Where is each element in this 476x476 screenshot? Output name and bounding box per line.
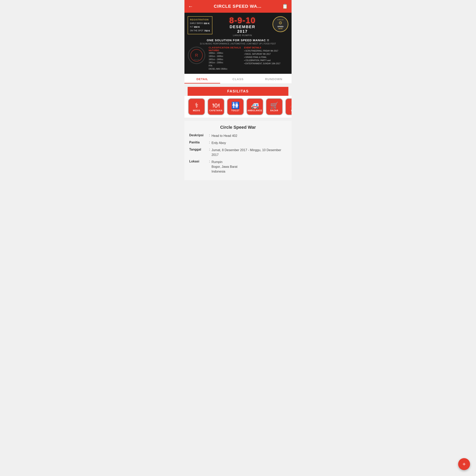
- medis-label: MEDIS: [193, 109, 200, 112]
- classification-title: CLASSIFICATION DETAILS: [209, 46, 241, 49]
- main-content: FASILITAS ⚕ MEDIS 🍽 CAFETARIA 🚻 TOILET 🚑…: [185, 87, 291, 180]
- event-row-2: • RACE, SATURDAY 9th 2017: [244, 52, 280, 56]
- fasilitas-header: FASILITAS: [188, 87, 288, 96]
- tab-class[interactable]: CLASS: [220, 74, 256, 84]
- class-row-1: 1000cc - 1300cc: [209, 51, 241, 55]
- classification-sub: NA/TURBO: [209, 49, 241, 51]
- event-date: 8-9-10: [214, 16, 271, 25]
- detail-row-deskripsi: Deskripsi : Head to Head 402: [189, 134, 287, 138]
- detail-val-lokasi: RumpinBogor, Jawa BaratIndonesia: [211, 160, 238, 174]
- class-row-5: FFA: [209, 64, 241, 68]
- ambulance-icon: 🚑: [251, 102, 259, 109]
- medis-icon-box: ⚕ MEDIS: [188, 98, 205, 115]
- class-row-3: 1601cc - 1900cc: [209, 58, 241, 61]
- event-banner: REGISTRATION EARLY BIRDS 550 K H-7 650 K…: [185, 13, 291, 74]
- detail-row-panitia: Panitia : Erdy Aboy: [189, 141, 287, 145]
- reg-row-3: ON THE SPOT 750 K: [190, 29, 210, 33]
- reg-key-1: EARLY BIRDS: [190, 22, 203, 25]
- facility-live: 🎸 LIVE: [285, 98, 291, 115]
- tab-bar: DETAIL CLASS RUNDOWN: [185, 74, 291, 84]
- live-label: LIVE: [291, 109, 291, 112]
- page-title: CIRCLE SPEED WA...: [193, 4, 282, 9]
- event-row-5: • ENTERTAINMENT, SUNDAY 10th 2017: [244, 62, 280, 65]
- tab-detail[interactable]: DETAIL: [185, 74, 220, 84]
- detail-val-deskripsi: Head to Head 402: [211, 134, 237, 138]
- fasilitas-icons-row: ⚕ MEDIS 🍽 CAFETARIA 🚻 TOILET 🚑 AMBULANCE: [185, 96, 291, 118]
- event-venue: LANUD RUMPIN: [214, 34, 271, 36]
- facility-cafetaria: 🍽 CAFETARIA: [207, 98, 225, 115]
- logo-speed-text: SPEED: [277, 26, 284, 28]
- facility-ambulance: 🚑 AMBULANCE: [246, 98, 264, 115]
- banner-tagline: ONE SOLUTION FOR SPEED MANIAC !!: [188, 38, 288, 42]
- class-row-2: 1301cc - 1600cc: [209, 55, 241, 58]
- reg-val-3: 750 K: [204, 29, 210, 33]
- facility-medis: ⚕ MEDIS: [188, 98, 205, 115]
- detail-key-lokasi: Lokasi: [189, 160, 209, 163]
- class-rows: 1000cc - 1300cc 1301cc - 1600cc 1601cc -…: [209, 51, 241, 71]
- logo-top-text: CIRCLE: [277, 19, 284, 20]
- banner-sub-tagline: DJ & MUSIC PERFORMANCE | AUTOMOTIVE | CA…: [188, 43, 288, 45]
- toilet-label: TOILET: [231, 109, 239, 112]
- logo-war-text: WAR: [277, 28, 284, 30]
- cafetaria-label: CAFETARIA: [209, 109, 222, 112]
- live-icon-box: 🎸 LIVE: [285, 98, 291, 115]
- event-month: DESEMBER: [214, 25, 271, 29]
- facility-toilet: 🚻 TOILET: [226, 98, 244, 115]
- detail-key-tanggal: Tanggal: [189, 148, 209, 151]
- banner-date-center: 8-9-10 DESEMBER 2017 LANUD RUMPIN: [212, 16, 272, 36]
- detail-event-title: Circle Speed War: [189, 125, 287, 130]
- classification-detail: CLASSIFICATION DETAILS NA/TURBO 1000cc -…: [209, 46, 241, 71]
- detail-key-deskripsi: Deskripsi: [189, 134, 209, 137]
- cafetaria-icon-box: 🍽 CAFETARIA: [207, 98, 224, 115]
- event-rows: • SCRUTINEERING, FRIDAY 8th 2017 • RACE,…: [244, 49, 280, 65]
- detail-val-panitia: Erdy Aboy: [211, 141, 226, 145]
- reg-row-2: H-7 650 K: [190, 25, 210, 29]
- medis-icon: ⚕: [195, 102, 198, 109]
- back-button[interactable]: ←: [188, 3, 193, 10]
- reg-row-1: EARLY BIRDS 550 K: [190, 22, 210, 25]
- event-year: 2017: [214, 29, 271, 34]
- class-row-6: DIESEL MAX 3500cc: [209, 68, 241, 71]
- reg-key-3: ON THE SPOT: [190, 29, 204, 33]
- registration-label: REGISTRATION: [190, 18, 210, 22]
- cafetaria-icon: 🍽: [213, 102, 219, 109]
- svg-text:R: R: [195, 53, 198, 58]
- bazar-label: BAZAR: [270, 109, 278, 112]
- toilet-icon: 🚻: [231, 102, 239, 109]
- detail-row-tanggal: Tanggal : Jumat, 8 Desember 2017 - Mingg…: [189, 148, 287, 157]
- detail-card: Circle Speed War Deskripsi : Head to Hea…: [185, 121, 291, 180]
- event-logo: CIRCLE ⚙ SPEED WAR: [272, 16, 288, 32]
- event-row-4: • CELEBRATION, PARTY and: [244, 59, 280, 62]
- clipboard-icon[interactable]: 📋: [282, 3, 288, 9]
- event-details-title: EVENT DETAILS: [244, 46, 280, 49]
- event-details-section: EVENT DETAILS • SCRUTINEERING, FRIDAY 8t…: [244, 46, 280, 71]
- reg-val-1: 550 K: [204, 22, 209, 25]
- detail-row-lokasi: Lokasi : RumpinBogor, Jawa BaratIndonesi…: [189, 160, 287, 174]
- classification-section: R REKOR CLASSIFICATION DETAILS NA/TURBO …: [188, 46, 288, 71]
- live-icon: 🎸: [289, 102, 291, 109]
- tab-rundown[interactable]: RUNDOWN: [256, 74, 291, 84]
- ambulance-label: AMBULANCE: [248, 109, 262, 112]
- detail-key-panitia: Panitia: [189, 141, 209, 144]
- bazar-icon-box: 🛒 BAZAR: [266, 98, 283, 115]
- reg-key-2: H-7: [190, 25, 193, 29]
- header: ← CIRCLE SPEED WA... 📋: [185, 0, 291, 13]
- toilet-icon-box: 🚻 TOILET: [227, 98, 244, 115]
- event-row-3: • GRAND FINAL & FINAL: [244, 56, 280, 59]
- class-row-4: 1901cc - 2300cc: [209, 61, 241, 64]
- reg-val-2: 650 K: [194, 25, 200, 29]
- registration-box: REGISTRATION EARLY BIRDS 550 K H-7 650 K…: [188, 16, 212, 34]
- speedometer-graphic: R REKOR: [188, 46, 205, 64]
- detail-val-tanggal: Jumat, 8 Desember 2017 - Minggu, 10 Dese…: [211, 148, 287, 157]
- bazar-icon: 🛒: [270, 102, 278, 109]
- ambulance-icon-box: 🚑 AMBULANCE: [246, 98, 263, 115]
- svg-text:REKOR: REKOR: [194, 59, 200, 61]
- facility-bazar: 🛒 BAZAR: [265, 98, 283, 115]
- event-row-1: • SCRUTINEERING, FRIDAY 8th 2017: [244, 49, 280, 52]
